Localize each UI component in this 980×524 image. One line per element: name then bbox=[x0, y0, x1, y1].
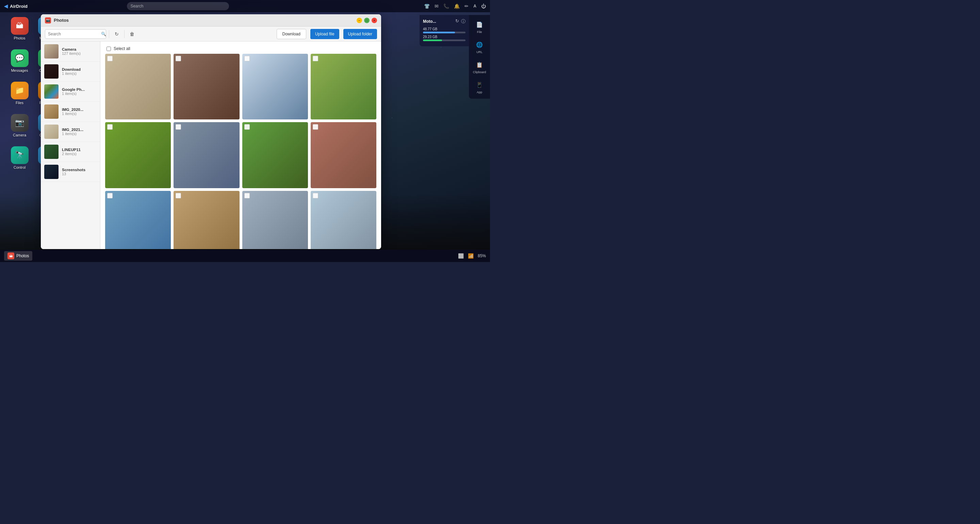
close-button[interactable]: × bbox=[372, 18, 377, 23]
separator-1 bbox=[109, 30, 109, 38]
top-bar-icons: 👕 ✉ 📞 🔔 ✏ A ⏻ bbox=[424, 3, 486, 9]
photo-checkbox-8[interactable] bbox=[313, 124, 318, 130]
taskbar-screen-icon[interactable]: ⬜ bbox=[458, 253, 464, 259]
photo-item-1[interactable] bbox=[105, 54, 171, 119]
edit-icon[interactable]: ✏ bbox=[465, 3, 469, 9]
photo-bg-1 bbox=[105, 54, 171, 119]
camera-label: Camera bbox=[13, 133, 26, 137]
refresh-button[interactable]: ↻ bbox=[112, 29, 121, 39]
photo-checkbox-2[interactable] bbox=[176, 56, 181, 61]
device-refresh-icon[interactable]: ↻ bbox=[455, 18, 459, 24]
select-all-checkbox[interactable] bbox=[107, 46, 111, 51]
desktop-icon-control[interactable]: 🔭 Control bbox=[7, 146, 32, 177]
desktop-icon-photos[interactable]: 🏔 Photos bbox=[7, 17, 32, 48]
album-img2021[interactable]: IMG_2021... 1 item(s) bbox=[41, 122, 100, 142]
album-google[interactable]: Google Ph... 1 item(s) bbox=[41, 82, 100, 102]
storage-fill-2 bbox=[423, 40, 442, 41]
taskbar-app-label: Photos bbox=[16, 253, 29, 258]
photo-checkbox-5[interactable] bbox=[107, 124, 113, 130]
taskbar-photos-app[interactable]: 🏔 Photos bbox=[4, 251, 32, 261]
storage-size-2: 29.23 GB bbox=[423, 35, 466, 39]
photo-checkbox-4[interactable] bbox=[313, 56, 318, 61]
top-bar: ◀ AirDroid 👕 ✉ 📞 🔔 ✏ A ⏻ bbox=[0, 0, 490, 12]
album-lineup-count: 2 item(s) bbox=[62, 152, 97, 156]
text-icon[interactable]: A bbox=[473, 4, 476, 8]
photo-checkbox-10[interactable] bbox=[176, 193, 181, 198]
minimize-button[interactable]: – bbox=[356, 18, 362, 23]
upload-folder-button[interactable]: Upload folder bbox=[343, 29, 377, 39]
taskbar-wifi-icon[interactable]: 📶 bbox=[468, 253, 474, 259]
top-search-input[interactable] bbox=[127, 2, 229, 10]
photo-grid bbox=[104, 54, 378, 249]
logo-arrow: ◀ bbox=[4, 3, 8, 9]
device-card: Moto... ↻ ⓘ 48.77 GB 29.23 GB bbox=[420, 15, 469, 46]
delete-button[interactable]: 🗑 bbox=[127, 29, 137, 39]
desktop-icon-files[interactable]: 📁 Files bbox=[7, 82, 32, 112]
top-bar-search[interactable] bbox=[127, 2, 229, 10]
taskbar-right: ⬜ 📶 85% bbox=[458, 253, 486, 259]
photo-item-3[interactable] bbox=[242, 54, 308, 119]
files-icon: 📁 bbox=[11, 82, 29, 99]
app-label: App bbox=[477, 91, 482, 94]
album-camera[interactable]: Camera 127 item(s) bbox=[41, 41, 100, 62]
search-icon: 🔍 bbox=[101, 32, 106, 37]
photo-item-8[interactable] bbox=[311, 122, 376, 188]
sidebar-item-app[interactable]: 📱 App bbox=[470, 79, 488, 95]
photo-item-10[interactable] bbox=[173, 191, 239, 249]
airdroid-logo: ◀ AirDroid bbox=[4, 3, 27, 9]
file-icon: 📄 bbox=[475, 20, 484, 29]
photo-checkbox-6[interactable] bbox=[176, 124, 181, 130]
sidebar-item-file[interactable]: 📄 File bbox=[470, 18, 488, 35]
photo-item-9[interactable] bbox=[105, 191, 171, 249]
album-camera-count: 127 item(s) bbox=[62, 51, 97, 56]
photo-checkbox-12[interactable] bbox=[313, 193, 318, 198]
phone-icon[interactable]: 📞 bbox=[443, 3, 449, 9]
photo-checkbox-11[interactable] bbox=[244, 193, 250, 198]
photos-label: Photos bbox=[14, 36, 25, 40]
photo-item-4[interactable] bbox=[311, 54, 376, 119]
maximize-button[interactable]: □ bbox=[364, 18, 369, 23]
device-info-icon[interactable]: ⓘ bbox=[461, 18, 466, 24]
photo-item-5[interactable] bbox=[105, 122, 171, 188]
photo-item-12[interactable] bbox=[311, 191, 376, 249]
shirt-icon[interactable]: 👕 bbox=[424, 3, 430, 9]
desktop-icon-messages[interactable]: 💬 Messages bbox=[7, 49, 32, 80]
photo-bg-8 bbox=[311, 122, 376, 188]
mail-icon[interactable]: ✉ bbox=[434, 3, 439, 9]
search-input[interactable] bbox=[48, 32, 99, 37]
photo-checkbox-1[interactable] bbox=[107, 56, 113, 61]
sidebar-item-url[interactable]: 🌐 URL bbox=[470, 38, 488, 55]
album-img2021-thumb bbox=[44, 124, 59, 139]
desktop-icon-camera[interactable]: 📷 Camera bbox=[7, 114, 32, 145]
album-download[interactable]: Download 1 item(s) bbox=[41, 62, 100, 82]
album-img2020[interactable]: IMG_2020... 1 item(s) bbox=[41, 102, 100, 122]
download-button[interactable]: Download bbox=[277, 29, 306, 39]
select-all-bar: Select all bbox=[104, 45, 378, 54]
photo-bg-11 bbox=[242, 191, 308, 249]
photo-item-6[interactable] bbox=[173, 122, 239, 188]
search-box[interactable]: 🔍 bbox=[45, 29, 106, 39]
upload-file-button[interactable]: Upload file bbox=[310, 29, 339, 39]
photo-bg-4 bbox=[311, 54, 376, 119]
logo-text: AirDroid bbox=[10, 4, 27, 9]
album-lineup-thumb bbox=[44, 145, 59, 159]
album-google-name: Google Ph... bbox=[62, 88, 97, 92]
sidebar-item-clipboard[interactable]: 📋 Clipboard bbox=[470, 59, 488, 75]
photo-checkbox-7[interactable] bbox=[244, 124, 250, 130]
photo-checkbox-9[interactable] bbox=[107, 193, 113, 198]
album-screenshots-thumb bbox=[44, 165, 59, 179]
window-controls: – □ × bbox=[356, 18, 377, 23]
album-img2021-info: IMG_2021... 1 item(s) bbox=[62, 127, 97, 136]
photo-checkbox-3[interactable] bbox=[244, 56, 250, 61]
storage-row-2: 29.23 GB bbox=[423, 35, 466, 41]
photo-item-2[interactable] bbox=[173, 54, 239, 119]
album-img2020-thumb bbox=[44, 105, 59, 119]
album-lineup[interactable]: LINEUP11 2 item(s) bbox=[41, 142, 100, 162]
photo-bg-10 bbox=[173, 191, 239, 249]
photo-item-7[interactable] bbox=[242, 122, 308, 188]
album-screenshots[interactable]: Screenshots 13 bbox=[41, 162, 100, 182]
bell-icon[interactable]: 🔔 bbox=[454, 3, 460, 9]
photo-grid-container[interactable]: Select all bbox=[100, 41, 381, 249]
power-icon[interactable]: ⏻ bbox=[481, 3, 486, 9]
photo-item-11[interactable] bbox=[242, 191, 308, 249]
